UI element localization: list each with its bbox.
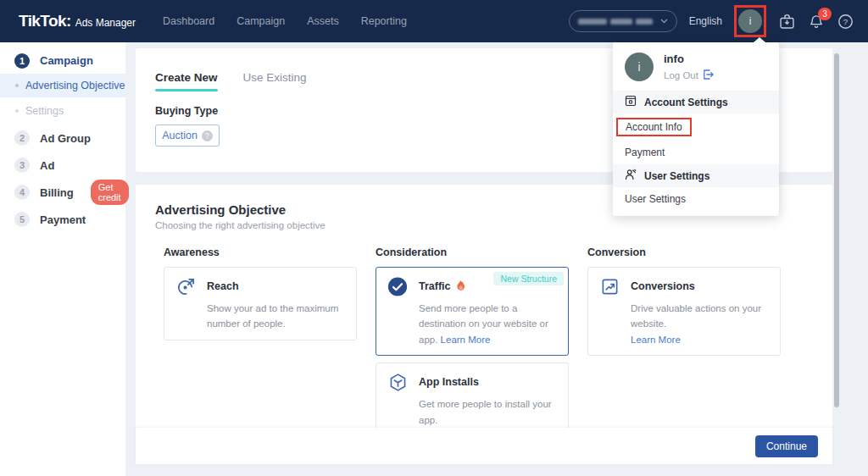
chevron-down-icon xyxy=(660,19,668,24)
language-selector[interactable]: English xyxy=(689,15,722,27)
step-label-payment: Payment xyxy=(40,213,86,226)
step-number-5: 5 xyxy=(14,212,30,227)
sidebar-step-ad-group[interactable]: 2 Ad Group xyxy=(0,125,125,152)
objective-desc-app-installs: Get more people to install your app. xyxy=(419,396,557,428)
nav-campaign[interactable]: Campaign xyxy=(236,15,285,27)
objective-columns: Awareness Reach Show your ad to the maxi xyxy=(136,230,832,428)
fire-icon xyxy=(456,280,465,293)
logout-icon xyxy=(703,69,714,81)
nav-dashboard[interactable]: Dashboard xyxy=(163,15,214,27)
tiktok-ads-manager-app: TikTok: Ads Manager Dashboard Campaign A… xyxy=(0,0,868,476)
objective-title-reach: Reach xyxy=(207,280,239,292)
svg-text:?: ? xyxy=(843,17,848,26)
notification-count-badge: 3 xyxy=(818,8,832,20)
objective-card-app-installs[interactable]: App Installs Get more people to install … xyxy=(376,363,569,428)
menu-item-payment[interactable]: Payment xyxy=(613,141,779,164)
bullet-dot-icon xyxy=(15,109,19,113)
auction-button[interactable]: Auction ? xyxy=(155,125,220,147)
bullet-dot-icon xyxy=(15,84,19,87)
objective-card-reach[interactable]: Reach Show your ad to the maximum number… xyxy=(164,267,357,340)
logout-button[interactable]: Log Out xyxy=(664,69,714,81)
substep-label-advertising-objective: Advertising Objective xyxy=(25,80,125,91)
user-avatar[interactable]: i xyxy=(738,9,762,33)
help-icon[interactable]: ? xyxy=(837,13,854,30)
account-settings-header-label: Account Settings xyxy=(644,97,728,108)
menu-item-account-info[interactable]: Account Info xyxy=(613,113,779,141)
dropdown-avatar: i xyxy=(625,53,654,81)
reach-icon xyxy=(175,276,196,296)
top-navbar: TikTok: Ads Manager Dashboard Campaign A… xyxy=(0,0,868,42)
user-settings-header-label: User Settings xyxy=(644,170,709,182)
ads-manager-label: Ads Manager xyxy=(75,17,136,29)
section-subtitle: Choosing the right advertising objective xyxy=(136,217,832,230)
learn-more-link-traffic[interactable]: Learn More xyxy=(441,335,491,345)
app-installs-icon xyxy=(387,372,408,392)
learn-more-link-conversions[interactable]: Learn More xyxy=(631,335,681,345)
conversions-icon xyxy=(599,276,620,296)
step-number-4: 4 xyxy=(14,185,30,200)
objective-desc-conversions: Drive valuable actions on your website. xyxy=(631,303,761,329)
annotation-box-account-info: Account Info xyxy=(616,118,692,136)
tab-create-new[interactable]: Create New xyxy=(155,71,218,84)
objective-title-app-installs: App Installs xyxy=(419,376,479,388)
wizard-footer: Continue xyxy=(136,428,832,464)
vertical-scrollbar[interactable] xyxy=(834,53,839,407)
objective-card-conversions[interactable]: Conversions Drive valuable actions on yo… xyxy=(587,267,781,356)
account-settings-icon xyxy=(625,95,637,109)
column-awareness: Awareness Reach Show your ad to the maxi xyxy=(164,246,357,428)
step-label-billing: Billing xyxy=(40,186,74,199)
column-consideration: Consideration New Structure Traffic xyxy=(376,246,569,428)
column-header-awareness: Awareness xyxy=(164,246,357,258)
continue-button[interactable]: Continue xyxy=(755,435,818,457)
account-name-blurred xyxy=(578,19,654,25)
nav-assets[interactable]: Assets xyxy=(307,15,339,27)
new-structure-badge: New Structure xyxy=(493,272,564,285)
sidebar-step-billing[interactable]: 4 Billing Get credit xyxy=(0,179,125,206)
dropdown-username: info xyxy=(664,53,714,65)
tiktok-logo-text: TikTok: xyxy=(19,12,71,30)
column-conversion: Conversion Conversions Driv xyxy=(587,246,781,428)
step-number-2: 2 xyxy=(14,130,30,146)
annotation-box-avatar: i xyxy=(734,5,766,37)
campaign-steps-sidebar: 1 Campaign Advertising Objective Setting… xyxy=(0,42,125,476)
objective-title-traffic: Traffic xyxy=(419,280,451,292)
account-selector[interactable] xyxy=(569,10,677,32)
tiktok-logo[interactable]: TikTok: Ads Manager xyxy=(19,12,136,30)
objective-title-conversions: Conversions xyxy=(631,280,695,292)
step-label-ad-group: Ad Group xyxy=(40,132,91,145)
selected-check-icon xyxy=(387,276,408,296)
sidebar-substep-settings[interactable]: Settings xyxy=(0,97,125,125)
menu-item-user-settings[interactable]: User Settings xyxy=(613,187,779,211)
column-header-consideration: Consideration xyxy=(376,246,569,258)
tab-use-existing[interactable]: Use Existing xyxy=(243,71,307,84)
advertising-objective-card: Advertising Objective Choosing the right… xyxy=(136,185,832,428)
step-label-ad: Ad xyxy=(40,159,54,172)
sidebar-step-payment[interactable]: 5 Payment xyxy=(0,206,125,233)
sidebar-step-ad[interactable]: 3 Ad xyxy=(0,152,125,179)
dropdown-section-user-settings[interactable]: User Settings xyxy=(613,164,779,187)
nav-reporting[interactable]: Reporting xyxy=(361,15,407,27)
step-number-3: 3 xyxy=(14,158,30,173)
column-header-conversion: Conversion xyxy=(587,246,781,258)
objective-desc-reach: Show your ad to the maximum number of pe… xyxy=(207,301,345,332)
substep-label-settings: Settings xyxy=(25,105,64,117)
auction-info-icon[interactable]: ? xyxy=(202,130,213,141)
dropdown-section-account-settings[interactable]: Account Settings xyxy=(613,91,779,113)
sidebar-step-campaign[interactable]: 1 Campaign xyxy=(0,47,125,74)
logout-label: Log Out xyxy=(664,70,698,80)
step-number-1: 1 xyxy=(14,53,30,69)
message-center-icon[interactable] xyxy=(778,13,796,30)
step-label-campaign: Campaign xyxy=(40,54,93,67)
auction-label: Auction xyxy=(162,130,198,141)
sidebar-substep-advertising-objective[interactable]: Advertising Objective xyxy=(0,74,125,97)
notifications-bell-icon[interactable]: 3 xyxy=(808,13,825,30)
primary-nav: Dashboard Campaign Assets Reporting xyxy=(163,15,407,27)
user-settings-icon xyxy=(625,169,637,183)
dropdown-profile-row: i info Log Out xyxy=(613,42,779,91)
get-credit-badge[interactable]: Get credit xyxy=(91,180,129,205)
account-dropdown-menu: i info Log Out xyxy=(613,42,779,216)
objective-card-traffic[interactable]: New Structure Traffic xyxy=(376,267,569,356)
navbar-right-group: English i 3 ? xyxy=(569,5,854,37)
